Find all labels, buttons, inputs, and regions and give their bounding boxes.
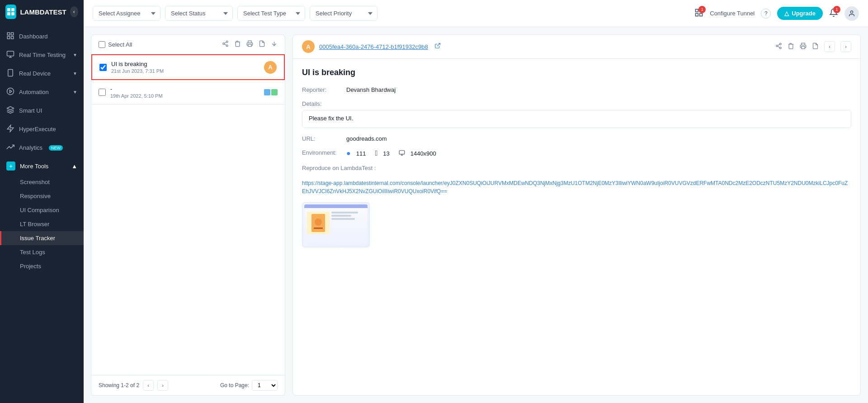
url-label: URL: [302, 135, 343, 142]
apple-icon:  [375, 149, 377, 157]
select-all-label[interactable]: Select All [99, 41, 132, 48]
grid-notification-button[interactable]: 1 [694, 8, 703, 19]
layers-icon [6, 106, 14, 115]
reproduce-label: Reproduce on LambdaTest : [302, 165, 376, 171]
share-icon[interactable] [775, 43, 782, 51]
issue-detail-actions: ‹ › [775, 41, 851, 52]
prev-page-button[interactable]: ‹ [143, 380, 154, 391]
status-select[interactable]: Select Status [165, 6, 233, 21]
sidebar-nav: Dashboard Real Time Testing ▼ Real Devic… [0, 24, 84, 403]
issue-detail-header: A 0005fea4-360a-2476-4712-b1f91932c9b8 [293, 35, 860, 59]
prev-issue-button[interactable]: ‹ [824, 41, 835, 52]
issue-detail-panel: A 0005fea4-360a-2476-4712-b1f91932c9b8 [292, 34, 861, 396]
download-icon[interactable] [259, 40, 265, 48]
sidebar-item-test-logs[interactable]: Test Logs [0, 245, 84, 259]
sidebar-item-lt-browser[interactable]: LT Browser [0, 217, 84, 231]
priority-select[interactable]: Select Priority [310, 6, 377, 21]
test-type-select[interactable]: Select Test Type [237, 6, 305, 21]
sidebar-collapse-button[interactable]: ‹ [70, 6, 78, 17]
monitor-icon [6, 50, 14, 60]
sidebar-item-projects[interactable]: Projects [0, 259, 84, 273]
environment-row: Environment: ● 111  13 1440x900 [302, 149, 851, 157]
go-to-page-label: Go to Page: [220, 382, 249, 389]
screenshot-text-area [331, 212, 365, 234]
svg-line-34 [778, 44, 779, 45]
next-page-button[interactable]: › [157, 380, 168, 391]
sidebar-item-automation[interactable]: Automation ▼ [0, 83, 84, 101]
svg-point-30 [779, 43, 781, 45]
play-circle-icon [6, 87, 14, 97]
svg-point-13 [7, 88, 14, 95]
select-all-checkbox[interactable] [99, 41, 105, 48]
configure-tunnel-button[interactable]: Configure Tunnel [710, 10, 755, 17]
svg-marker-16 [7, 125, 14, 132]
download-icon[interactable] [812, 43, 819, 51]
reporter-label: Reporter: [302, 86, 343, 93]
sidebar-item-smart-ui[interactable]: Smart UI [0, 101, 84, 120]
external-link-icon[interactable] [434, 43, 441, 51]
issue-list-actions [222, 40, 278, 48]
issue-info: - 19th Apr 2022, 5:10 PM [110, 85, 259, 99]
upgrade-icon: △ [784, 10, 789, 17]
help-button[interactable]: ? [761, 9, 771, 19]
sidebar-item-screenshot[interactable]: Screenshot [0, 175, 84, 189]
upgrade-button[interactable]: △ Upgrade [777, 7, 823, 20]
svg-rect-8 [7, 51, 14, 56]
notification-badge: 1 [833, 6, 840, 13]
issue-avatar: A [264, 61, 277, 74]
issue-id-link[interactable]: 0005fea4-360a-2476-4712-b1f91932c9b8 [319, 43, 428, 50]
reporter-row: Reporter: Devansh Bhardwaj [302, 86, 851, 93]
sidebar-item-issue-tracker[interactable]: Issue Tracker [0, 231, 84, 245]
sidebar-item-analytics[interactable]: Analytics NEW [0, 138, 84, 157]
url-value: goodreads.com [346, 135, 387, 142]
issue-row[interactable]: - 19th Apr 2022, 5:10 PM [91, 80, 285, 104]
sidebar-item-dashboard[interactable]: Dashboard [0, 27, 84, 46]
showing-text: Showing 1-2 of 2 [99, 382, 139, 389]
svg-rect-35 [802, 47, 805, 49]
sidebar-item-ui-comparison[interactable]: UI Comparison [0, 203, 84, 217]
issue-checkbox[interactable] [99, 89, 106, 96]
analytics-badge: NEW [49, 145, 63, 151]
user-avatar-button[interactable] [844, 6, 859, 21]
svg-rect-17 [696, 9, 698, 12]
chevron-down-icon: ▼ [73, 52, 77, 57]
logo-text: LAMBDATEST [20, 8, 66, 16]
topbar: Select Assignee Select Status Select Tes… [84, 0, 868, 27]
more-tools-header[interactable]: + More Tools ▲ [0, 157, 84, 175]
screenshot-line [331, 218, 355, 220]
screenshot-line [331, 212, 358, 213]
details-text: Please fix the UI. [302, 110, 851, 128]
issue-checkbox[interactable] [99, 64, 107, 71]
issue-title: - [110, 85, 259, 92]
print-icon[interactable] [800, 43, 807, 51]
sidebar-item-real-time-testing[interactable]: Real Time Testing ▼ [0, 46, 84, 64]
issue-main-title: UI is breaking [302, 68, 851, 77]
notifications-button[interactable]: 1 [829, 8, 838, 19]
reproduce-link[interactable]: https://stage-app.lambdatestinternal.com… [302, 180, 848, 194]
screenshot-thumbnail[interactable] [302, 202, 370, 247]
issue-row[interactable]: UI is breaking 21st Jun 2023, 7:31 PM A [91, 54, 285, 80]
svg-rect-7 [7, 37, 9, 39]
reporter-value: Devansh Bhardwaj [346, 86, 396, 93]
sidebar-item-label: HyperExecute [19, 126, 56, 133]
page-select[interactable]: 1 [252, 380, 278, 391]
delete-icon[interactable] [234, 40, 241, 48]
issue-list-header: Select All [91, 35, 285, 54]
svg-rect-11 [8, 70, 13, 76]
svg-point-40 [315, 218, 322, 226]
svg-marker-14 [10, 90, 12, 93]
sidebar-item-responsive[interactable]: Responsive [0, 189, 84, 203]
print-icon[interactable] [246, 40, 253, 48]
sidebar-item-real-device[interactable]: Real Device ▼ [0, 64, 84, 83]
sidebar-item-hyperexecute[interactable]: HyperExecute [0, 120, 84, 138]
detail-avatar: A [302, 40, 315, 53]
screenshot-inner [304, 204, 368, 245]
assignee-select[interactable]: Select Assignee [93, 6, 160, 21]
share-icon[interactable] [222, 40, 229, 48]
sidebar: LAMBDATEST ‹ Dashboard Real Time Testing… [0, 0, 84, 403]
svg-line-29 [437, 43, 440, 46]
next-issue-button[interactable]: › [840, 41, 851, 52]
sort-icon[interactable] [271, 40, 278, 48]
delete-icon[interactable] [788, 43, 794, 51]
screenshot-line [331, 215, 351, 217]
